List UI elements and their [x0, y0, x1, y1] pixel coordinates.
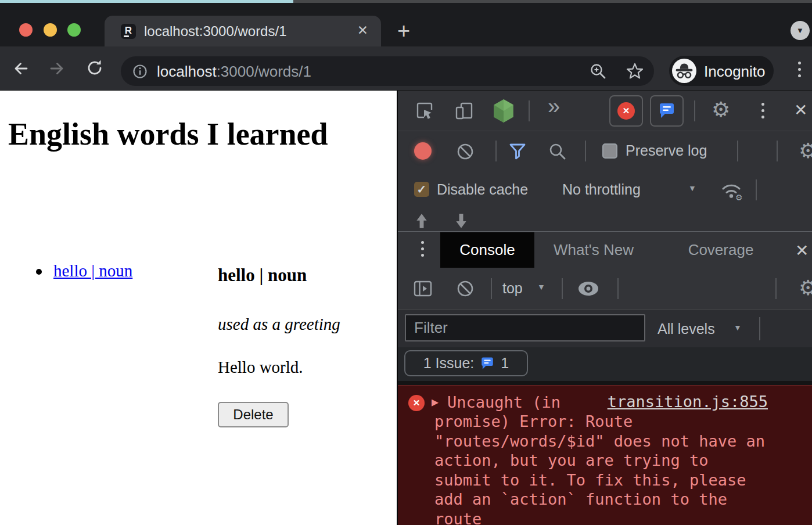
clear-network-icon[interactable]	[456, 142, 475, 163]
macos-close-button[interactable]	[19, 23, 33, 37]
toolbar-divider	[617, 278, 619, 299]
network-conditions-icon[interactable]: ⚙	[718, 179, 744, 204]
devtools-menu-icon[interactable]	[761, 103, 764, 118]
url-host: localhost	[157, 63, 217, 80]
clear-console-icon[interactable]	[456, 279, 475, 300]
tab-title: localhost:3000/words/1	[144, 23, 286, 39]
console-messages-area: 1 Issue: 1	[398, 347, 812, 381]
incognito-label: Incognito	[704, 63, 766, 81]
reload-icon[interactable]	[85, 58, 105, 80]
console-error-message: ✕ ▶ Uncaught (in promise) Error: Route "…	[398, 385, 812, 525]
toolbar-divider	[562, 278, 563, 299]
expand-triangle-icon[interactable]: ▶	[432, 395, 439, 409]
new-tab-button[interactable]: +	[397, 18, 410, 44]
site-info-icon[interactable]	[132, 64, 148, 81]
toolbar-divider	[694, 100, 695, 121]
console-errors-button[interactable]: ✕	[609, 95, 643, 127]
preserve-log-label[interactable]: Preserve log	[626, 142, 707, 159]
export-har-icon[interactable]	[455, 214, 468, 232]
drawer-menu-icon[interactable]	[421, 241, 424, 257]
toolbar-divider	[756, 179, 757, 200]
inspect-element-icon[interactable]	[415, 101, 435, 123]
network-toolbar: Preserve log ⚙	[398, 131, 812, 171]
network-settings-gear-icon[interactable]: ⚙	[799, 139, 812, 163]
live-expression-eye-icon[interactable]	[577, 281, 600, 299]
svg-text:⚙: ⚙	[735, 193, 743, 202]
browser-tab[interactable]: R localhost:3000/words/1 ✕	[105, 16, 381, 46]
macos-minimize-button[interactable]	[44, 23, 57, 37]
throttling-select[interactable]: No throttling	[562, 181, 641, 198]
macos-zoom-button[interactable]	[67, 23, 81, 37]
toolbar-divider	[529, 100, 530, 121]
toolbar-divider	[777, 141, 778, 161]
page-title: English words I learned	[8, 114, 362, 154]
context-selector[interactable]: top	[502, 280, 523, 297]
toolbar-divider	[775, 278, 777, 299]
drawer-close-icon[interactable]: ✕	[795, 241, 809, 260]
tab-coverage[interactable]: Coverage	[674, 232, 767, 268]
devtools-panel: » ✕ ⚙ ✕	[397, 91, 812, 525]
word-detail-heading: hello | noun	[218, 265, 307, 286]
web-page: English words I learned hello | noun hel…	[0, 91, 396, 525]
tab-close-icon[interactable]: ✕	[357, 23, 368, 38]
context-dropdown-icon[interactable]: ▼	[537, 282, 545, 292]
network-toolbar-row2: ✓ Disable cache No throttling ▼ ⚙	[398, 171, 812, 209]
delete-button[interactable]: Delete	[218, 402, 289, 427]
toolbar-divider	[737, 141, 738, 161]
tab-console[interactable]: Console	[440, 232, 534, 268]
console-filter-input[interactable]	[405, 314, 645, 341]
more-panels-icon[interactable]: »	[548, 94, 560, 119]
preserve-log-checkbox[interactable]	[602, 143, 617, 159]
import-har-icon[interactable]	[415, 214, 428, 232]
disable-cache-checkbox[interactable]: ✓	[414, 182, 429, 197]
devtools-close-icon[interactable]: ✕	[794, 100, 807, 120]
disable-cache-label[interactable]: Disable cache	[437, 181, 528, 198]
log-levels-dropdown-icon[interactable]: ▼	[734, 323, 742, 332]
error-text: promise) Error: Route "routes/words/$id"…	[434, 412, 789, 525]
back-icon[interactable]	[10, 59, 30, 80]
console-sidebar-icon[interactable]	[413, 279, 433, 301]
drawer-tab-bar: Console What's New Coverage ✕	[398, 232, 812, 268]
network-har-row	[398, 209, 812, 232]
device-toolbar-icon[interactable]	[454, 101, 474, 123]
url-text: localhost:3000/words/1	[157, 63, 311, 81]
issue-counter-button[interactable]: 1 Issue: 1	[404, 350, 528, 376]
browser-toolbar: localhost:3000/words/1 Incognito	[0, 46, 812, 91]
error-text-first-line: Uncaught (in	[447, 393, 561, 412]
bookmark-star-icon[interactable]	[625, 62, 645, 84]
toolbar-divider	[491, 278, 492, 299]
error-source-link[interactable]: transition.js:855	[608, 393, 768, 411]
console-filter-row: All levels ▼	[398, 310, 812, 347]
incognito-icon	[672, 59, 696, 83]
list-bullet	[36, 269, 42, 275]
tab-search-button[interactable]: ▼	[791, 21, 810, 40]
word-link[interactable]: hello | noun	[53, 261, 132, 281]
issue-chat-icon	[480, 356, 495, 371]
tab-strip: R localhost:3000/words/1 ✕ + ▼	[0, 3, 812, 46]
zoom-indicator-icon[interactable]	[589, 62, 608, 83]
toolbar-divider	[495, 141, 497, 161]
issue-count: 1	[501, 355, 509, 372]
issue-label: 1 Issue:	[423, 355, 475, 372]
settings-gear-icon[interactable]: ⚙	[712, 98, 730, 121]
log-levels-select[interactable]: All levels	[657, 321, 715, 337]
word-example: Hello world.	[218, 358, 303, 377]
throttling-dropdown-icon[interactable]: ▼	[688, 184, 696, 193]
console-toolbar: top ▼ ⚙	[398, 268, 812, 310]
issues-button[interactable]	[650, 95, 684, 127]
error-icon: ✕	[408, 395, 425, 411]
filter-funnel-icon[interactable]	[507, 141, 528, 164]
record-network-log-icon[interactable]	[414, 142, 432, 160]
forward-icon[interactable]	[48, 59, 67, 80]
browser-menu-icon[interactable]	[798, 62, 801, 77]
toolbar-divider	[585, 141, 586, 161]
devtools-main-toolbar: » ✕ ⚙ ✕	[398, 91, 812, 131]
console-settings-gear-icon[interactable]: ⚙	[799, 276, 812, 300]
search-icon[interactable]	[548, 142, 567, 164]
node-icon[interactable]	[493, 99, 515, 125]
word-list-item: hello | noun	[36, 261, 132, 281]
toolbar-divider	[759, 317, 760, 340]
tab-whats-new[interactable]: What's New	[541, 232, 646, 268]
incognito-badge: Incognito	[669, 56, 774, 86]
address-bar[interactable]: localhost:3000/words/1	[121, 56, 654, 86]
